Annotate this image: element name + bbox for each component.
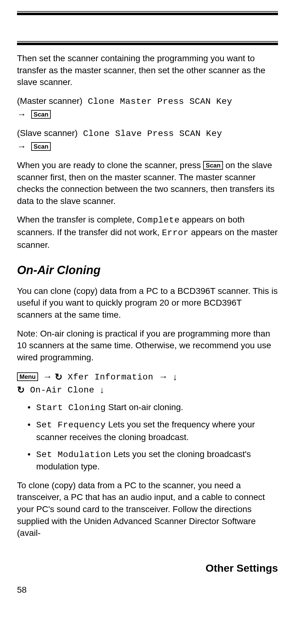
list-item: Set Frequency Lets you set the frequency… [28, 419, 278, 443]
heading-on-air-cloning: On-Air Cloning [17, 262, 278, 278]
complete-word: Complete [137, 215, 180, 225]
scan-keycap: Scan [203, 161, 223, 170]
body-text: When you are ready to clone the scanner,… [17, 160, 203, 170]
section-footer-title: Other Settings [17, 561, 278, 575]
menu-keycap: Menu [17, 372, 38, 381]
body-text: When the transfer is complete, [17, 215, 137, 224]
scroll-icon: ↻ [17, 385, 25, 395]
slave-display-text: Clone Slave Press SCAN Key [78, 129, 222, 138]
page-number: 58 [17, 584, 278, 596]
arrow-down-icon: ↓ [173, 372, 177, 382]
list-cmd: Set Modulation [36, 450, 111, 460]
list-cmd: Set Frequency [36, 420, 106, 430]
arrow-right-icon: → [43, 371, 52, 382]
arrow-down-icon: ↓ [100, 385, 104, 395]
master-display-text: Clone Master Press SCAN Key [83, 97, 232, 106]
press-scan-paragraph: When you are ready to clone the scanner,… [17, 159, 278, 207]
error-word: Error [162, 228, 189, 238]
intro-paragraph: Then set the scanner containing the prog… [17, 53, 278, 88]
menu-onair-text: On-Air Clone [25, 385, 100, 395]
arrow-right-icon: → [17, 109, 26, 119]
master-label: (Master scanner) [17, 96, 83, 106]
master-scanner-line: (Master scanner) Clone Master Press SCAN… [17, 95, 278, 121]
onair-note-paragraph: Note: On-air cloning is practical if you… [17, 328, 278, 364]
scroll-icon: ↻ [55, 372, 62, 382]
list-item: Set Modulation Lets you set the cloning … [28, 448, 278, 473]
scan-keycap: Scan [31, 142, 51, 151]
list-cmd: Start Cloning [36, 403, 106, 413]
list-item: Start Cloning Start on-air cloning. [28, 401, 278, 414]
second-rule [17, 41, 278, 45]
list-desc: Start on-air cloning. [106, 402, 183, 412]
arrow-right-icon: → [17, 141, 26, 151]
complete-paragraph: When the transfer is complete, Complete … [17, 214, 278, 251]
menu-path-line: Menu → ↻ Xfer Information → ↓ ↻ On-Air C… [17, 370, 278, 396]
slave-label: (Slave scanner) [17, 128, 78, 138]
arrow-right-icon: → [159, 371, 168, 382]
scan-keycap: Scan [31, 110, 51, 119]
option-list: Start Cloning Start on-air cloning. Set … [28, 401, 278, 473]
slave-scanner-line: (Slave scanner) Clone Slave Press SCAN K… [17, 127, 278, 153]
onair-intro-paragraph: You can clone (copy) data from a PC to a… [17, 285, 278, 321]
closing-paragraph: To clone (copy) data from a PC to the sc… [17, 480, 278, 539]
top-rule [17, 11, 278, 15]
menu-xfer-text: Xfer Information [62, 372, 159, 382]
